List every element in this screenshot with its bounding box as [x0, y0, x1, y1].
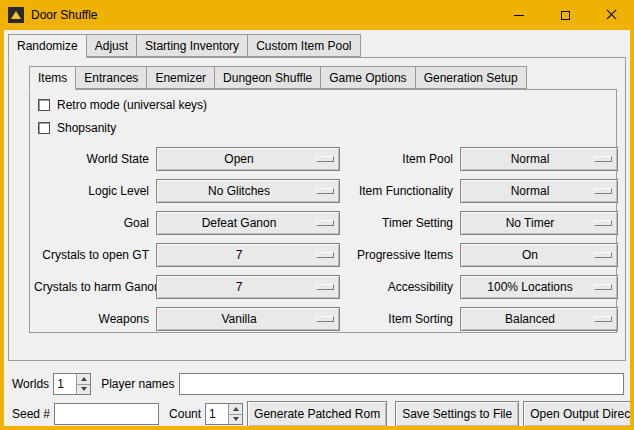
tab-custom-item-pool[interactable]: Custom Item Pool — [248, 34, 360, 57]
progressive-items-label: Progressive Items — [344, 248, 456, 262]
dropdown-indicator-icon — [316, 156, 334, 162]
generate-patched-rom-button[interactable]: Generate Patched Rom — [247, 401, 387, 427]
settings-grid: World State Open Item Pool Normal Logic … — [34, 147, 612, 331]
save-settings-button[interactable]: Save Settings to File — [395, 401, 519, 427]
shopsanity-label: Shopsanity — [57, 121, 116, 135]
minimize-icon — [514, 15, 524, 16]
dropdown-indicator-icon — [594, 188, 612, 194]
worlds-row: Worlds Player names — [12, 373, 624, 395]
goal-value: Defeat Ganon — [202, 216, 295, 230]
dropdown-indicator-icon — [594, 220, 612, 226]
logic-level-value: No Glitches — [208, 184, 288, 198]
worlds-label: Worlds — [12, 377, 49, 391]
dropdown-indicator-icon — [594, 156, 612, 162]
worlds-stepper — [53, 373, 91, 395]
weapons-value: Vanilla — [221, 312, 274, 326]
shopsanity-checkbox-row: Shopsanity — [38, 119, 612, 137]
count-label: Count — [169, 407, 201, 421]
progressive-items-value: On — [522, 248, 556, 262]
tab-enemizer[interactable]: Enemizer — [147, 66, 215, 89]
close-icon — [606, 10, 616, 20]
dropdown-item-sorting[interactable]: Balanced — [460, 307, 618, 331]
tab-items[interactable]: Items — [29, 66, 76, 90]
dropdown-indicator-icon — [316, 220, 334, 226]
seed-label: Seed # — [12, 407, 50, 421]
player-names-label: Player names — [101, 377, 174, 391]
dropdown-world-state[interactable]: Open — [156, 147, 340, 171]
dropdown-crystals-open-gt[interactable]: 7 — [156, 243, 340, 267]
spin-down-icon — [81, 387, 87, 391]
dropdown-item-pool[interactable]: Normal — [460, 147, 618, 171]
door-shuffle-window: Door Shuffle Randomize Adjust Starting I… — [0, 0, 634, 430]
worlds-input[interactable] — [54, 374, 76, 394]
dropdown-indicator-icon — [316, 252, 334, 258]
maximize-button[interactable] — [542, 0, 588, 30]
logic-level-label: Logic Level — [34, 184, 152, 198]
dropdown-indicator-icon — [316, 316, 334, 322]
dropdown-progressive-items[interactable]: On — [460, 243, 618, 267]
player-names-input[interactable] — [179, 373, 625, 395]
tab-game-options[interactable]: Game Options — [321, 66, 415, 89]
accessibility-label: Accessibility — [344, 280, 456, 294]
crystals-open-gt-value: 7 — [236, 248, 261, 262]
maximize-icon — [561, 11, 570, 20]
dropdown-indicator-icon — [594, 284, 612, 290]
crystals-harm-ganon-label: Crystals to harm Ganon — [34, 280, 152, 294]
titlebar[interactable]: Door Shuffle — [0, 0, 634, 30]
spin-down-icon — [233, 417, 239, 421]
dropdown-goal[interactable]: Defeat Ganon — [156, 211, 340, 235]
world-state-label: World State — [34, 152, 152, 166]
tab-randomize[interactable]: Randomize — [8, 34, 87, 58]
inner-tab-bar: Items Entrances Enemizer Dungeon Shuffle… — [29, 66, 625, 89]
tab-generation-setup[interactable]: Generation Setup — [416, 66, 527, 89]
count-input[interactable] — [206, 404, 228, 424]
tab-adjust[interactable]: Adjust — [87, 34, 137, 57]
count-spin-down-button[interactable] — [229, 414, 242, 425]
seed-row: Seed # Count Generate Patched Rom Save S… — [12, 401, 624, 427]
crystals-harm-ganon-value: 7 — [236, 280, 261, 294]
dropdown-logic-level[interactable]: No Glitches — [156, 179, 340, 203]
retro-mode-label: Retro mode (universal keys) — [57, 98, 207, 112]
dropdown-indicator-icon — [594, 252, 612, 258]
goal-label: Goal — [34, 216, 152, 230]
minimize-button[interactable] — [496, 0, 542, 30]
worlds-spin-down-button[interactable] — [77, 384, 90, 395]
world-state-value: Open — [224, 152, 271, 166]
outer-tab-bar: Randomize Adjust Starting Inventory Cust… — [8, 34, 630, 57]
spin-up-icon — [81, 377, 87, 381]
timer-setting-value: No Timer — [506, 216, 573, 230]
tab-starting-inventory[interactable]: Starting Inventory — [137, 34, 248, 57]
crystals-open-gt-label: Crystals to open GT — [34, 248, 152, 262]
dropdown-accessibility[interactable]: 100% Locations — [460, 275, 618, 299]
tab-entrances[interactable]: Entrances — [76, 66, 147, 89]
item-functionality-label: Item Functionality — [344, 184, 456, 198]
dropdown-weapons[interactable]: Vanilla — [156, 307, 340, 331]
worlds-spin-up-button[interactable] — [77, 374, 90, 384]
item-pool-label: Item Pool — [344, 152, 456, 166]
app-icon — [8, 7, 24, 23]
spin-up-icon — [233, 407, 239, 411]
dropdown-crystals-harm-ganon[interactable]: 7 — [156, 275, 340, 299]
dropdown-indicator-icon — [316, 284, 334, 290]
weapons-label: Weapons — [34, 312, 152, 326]
retro-mode-checkbox[interactable] — [38, 99, 50, 111]
count-stepper — [205, 403, 243, 425]
timer-setting-label: Timer Setting — [344, 216, 456, 230]
dropdown-item-functionality[interactable]: Normal — [460, 179, 618, 203]
item-sorting-value: Balanced — [505, 312, 573, 326]
open-output-directory-button[interactable]: Open Output Directory — [523, 401, 634, 427]
item-pool-value: Normal — [511, 152, 568, 166]
retro-mode-checkbox-row: Retro mode (universal keys) — [38, 96, 612, 114]
dropdown-indicator-icon — [594, 316, 612, 322]
item-functionality-value: Normal — [511, 184, 568, 198]
count-spin-up-button[interactable] — [229, 404, 242, 414]
dropdown-indicator-icon — [316, 188, 334, 194]
shopsanity-checkbox[interactable] — [38, 122, 50, 134]
tab-dungeon-shuffle[interactable]: Dungeon Shuffle — [215, 66, 321, 89]
seed-input[interactable] — [54, 403, 159, 425]
close-button[interactable] — [588, 0, 634, 30]
items-panel: Retro mode (universal keys) Shopsanity W… — [29, 89, 617, 333]
dropdown-timer-setting[interactable]: No Timer — [460, 211, 618, 235]
window-title: Door Shuffle — [31, 8, 496, 22]
accessibility-value: 100% Locations — [487, 280, 590, 294]
